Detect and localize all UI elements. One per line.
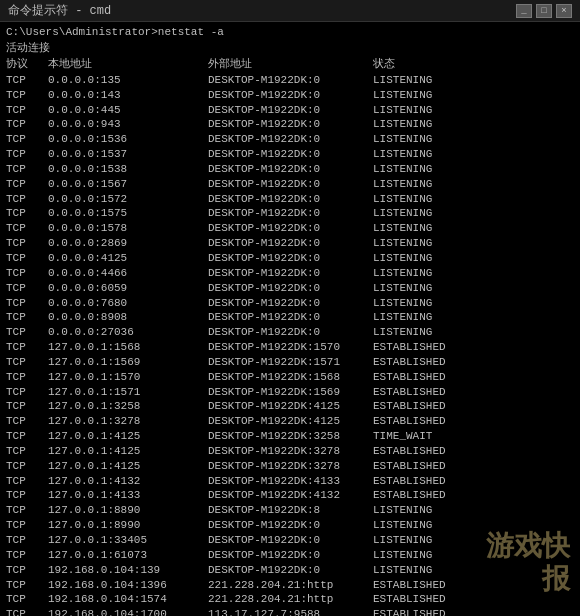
cell-local: 0.0.0.0:7680: [48, 296, 208, 311]
minimize-button[interactable]: _: [516, 4, 532, 18]
cell-state: LISTENING: [373, 251, 574, 266]
table-row: TCP127.0.0.1:1570DESKTOP-M1922DK:1568EST…: [6, 370, 574, 385]
cell-proto: TCP: [6, 88, 48, 103]
cell-state: LISTENING: [373, 296, 574, 311]
table-row: TCP127.0.0.1:4133DESKTOP-M1922DK:4132EST…: [6, 488, 574, 503]
table-row: TCP127.0.0.1:33405DESKTOP-M1922DK:0LISTE…: [6, 533, 574, 548]
cell-local: 0.0.0.0:1537: [48, 147, 208, 162]
window-title: 命令提示符 - cmd: [8, 2, 111, 19]
col-header-proto: 协议: [6, 57, 48, 72]
cell-foreign: DESKTOP-M1922DK:4132: [208, 488, 373, 503]
cell-foreign: DESKTOP-M1922DK:0: [208, 533, 373, 548]
cell-proto: TCP: [6, 310, 48, 325]
cell-local: 127.0.0.1:4132: [48, 474, 208, 489]
cell-local: 192.168.0.104:1396: [48, 578, 208, 593]
cell-proto: TCP: [6, 385, 48, 400]
cell-proto: TCP: [6, 474, 48, 489]
cell-foreign: DESKTOP-M1922DK:8: [208, 503, 373, 518]
cell-foreign: DESKTOP-M1922DK:0: [208, 162, 373, 177]
cell-state: LISTENING: [373, 310, 574, 325]
cell-local: 127.0.0.1:33405: [48, 533, 208, 548]
table-row: TCP192.168.0.104:1574221.228.204.21:http…: [6, 592, 574, 607]
cell-foreign: DESKTOP-M1922DK:0: [208, 221, 373, 236]
cell-foreign: 221.228.204.21:http: [208, 578, 373, 593]
cell-local: 0.0.0.0:1575: [48, 206, 208, 221]
cell-foreign: DESKTOP-M1922DK:0: [208, 296, 373, 311]
cell-local: 0.0.0.0:1536: [48, 132, 208, 147]
cell-local: 127.0.0.1:8990: [48, 518, 208, 533]
cell-local: 192.168.0.104:139: [48, 563, 208, 578]
cell-foreign: DESKTOP-M1922DK:0: [208, 563, 373, 578]
cell-foreign: DESKTOP-M1922DK:0: [208, 236, 373, 251]
cell-proto: TCP: [6, 147, 48, 162]
cell-state: LISTENING: [373, 518, 574, 533]
cell-local: 127.0.0.1:4125: [48, 459, 208, 474]
cell-foreign: DESKTOP-M1922DK:0: [208, 132, 373, 147]
close-button[interactable]: ×: [556, 4, 572, 18]
table-row: TCP192.168.0.104:1396221.228.204.21:http…: [6, 578, 574, 593]
cell-state: LISTENING: [373, 503, 574, 518]
table-row: TCP0.0.0.0:1572DESKTOP-M1922DK:0LISTENIN…: [6, 192, 574, 207]
cell-state: LISTENING: [373, 117, 574, 132]
cell-foreign: DESKTOP-M1922DK:0: [208, 147, 373, 162]
cell-foreign: DESKTOP-M1922DK:1570: [208, 340, 373, 355]
table-row: TCP0.0.0.0:8908DESKTOP-M1922DK:0LISTENIN…: [6, 310, 574, 325]
table-row: TCP127.0.0.1:3258DESKTOP-M1922DK:4125EST…: [6, 399, 574, 414]
cell-proto: TCP: [6, 414, 48, 429]
cell-proto: TCP: [6, 206, 48, 221]
cell-local: 127.0.0.1:4125: [48, 429, 208, 444]
table-row: TCP127.0.0.1:4125DESKTOP-M1922DK:3278EST…: [6, 459, 574, 474]
cell-local: 127.0.0.1:1571: [48, 385, 208, 400]
cell-proto: TCP: [6, 607, 48, 616]
table-row: TCP127.0.0.1:1568DESKTOP-M1922DK:1570EST…: [6, 340, 574, 355]
cell-state: LISTENING: [373, 103, 574, 118]
table-row: TCP0.0.0.0:1538DESKTOP-M1922DK:0LISTENIN…: [6, 162, 574, 177]
cell-local: 0.0.0.0:27036: [48, 325, 208, 340]
cell-foreign: DESKTOP-M1922DK:4125: [208, 414, 373, 429]
table-row: TCP0.0.0.0:143DESKTOP-M1922DK:0LISTENING: [6, 88, 574, 103]
cell-state: ESTABLISHED: [373, 607, 574, 616]
cell-local: 0.0.0.0:1572: [48, 192, 208, 207]
prompt-line: C:\Users\Administrator>netstat -a: [6, 26, 574, 38]
cell-foreign: 221.228.204.21:http: [208, 592, 373, 607]
cell-foreign: DESKTOP-M1922DK:0: [208, 206, 373, 221]
cell-foreign: DESKTOP-M1922DK:1568: [208, 370, 373, 385]
cell-state: LISTENING: [373, 221, 574, 236]
cell-proto: TCP: [6, 73, 48, 88]
table-row: TCP0.0.0.0:2869DESKTOP-M1922DK:0LISTENIN…: [6, 236, 574, 251]
cell-state: ESTABLISHED: [373, 355, 574, 370]
cell-local: 0.0.0.0:943: [48, 117, 208, 132]
cell-local: 0.0.0.0:4466: [48, 266, 208, 281]
cell-proto: TCP: [6, 266, 48, 281]
window-titlebar: 命令提示符 - cmd _ □ ×: [0, 0, 580, 22]
table-row: TCP0.0.0.0:7680DESKTOP-M1922DK:0LISTENIN…: [6, 296, 574, 311]
cell-proto: TCP: [6, 296, 48, 311]
maximize-button[interactable]: □: [536, 4, 552, 18]
cell-local: 127.0.0.1:8890: [48, 503, 208, 518]
cell-local: 0.0.0.0:1567: [48, 177, 208, 192]
table-row: TCP127.0.0.1:8890DESKTOP-M1922DK:8LISTEN…: [6, 503, 574, 518]
table-row: TCP0.0.0.0:4125DESKTOP-M1922DK:0LISTENIN…: [6, 251, 574, 266]
cell-proto: TCP: [6, 518, 48, 533]
cell-local: 127.0.0.1:1569: [48, 355, 208, 370]
table-row: TCP0.0.0.0:1575DESKTOP-M1922DK:0LISTENIN…: [6, 206, 574, 221]
cell-state: LISTENING: [373, 147, 574, 162]
cell-state: LISTENING: [373, 177, 574, 192]
cell-state: ESTABLISHED: [373, 385, 574, 400]
table-row: TCP0.0.0.0:27036DESKTOP-M1922DK:0LISTENI…: [6, 325, 574, 340]
cell-state: ESTABLISHED: [373, 340, 574, 355]
table-row: TCP127.0.0.1:3278DESKTOP-M1922DK:4125EST…: [6, 414, 574, 429]
cell-foreign: DESKTOP-M1922DK:0: [208, 73, 373, 88]
cell-state: ESTABLISHED: [373, 414, 574, 429]
cell-foreign: DESKTOP-M1922DK:0: [208, 325, 373, 340]
cell-foreign: DESKTOP-M1922DK:0: [208, 266, 373, 281]
table-row: TCP192.168.0.104:1700113.17.127.7:9588ES…: [6, 607, 574, 616]
cell-state: ESTABLISHED: [373, 459, 574, 474]
cell-state: LISTENING: [373, 325, 574, 340]
table-row: TCP0.0.0.0:445DESKTOP-M1922DK:0LISTENING: [6, 103, 574, 118]
cell-local: 127.0.0.1:3278: [48, 414, 208, 429]
table-row: TCP0.0.0.0:1537DESKTOP-M1922DK:0LISTENIN…: [6, 147, 574, 162]
section-header: 活动连接: [6, 40, 574, 55]
cell-local: 127.0.0.1:4133: [48, 488, 208, 503]
col-headers-row: 协议 本地地址 外部地址 状态: [6, 57, 574, 72]
